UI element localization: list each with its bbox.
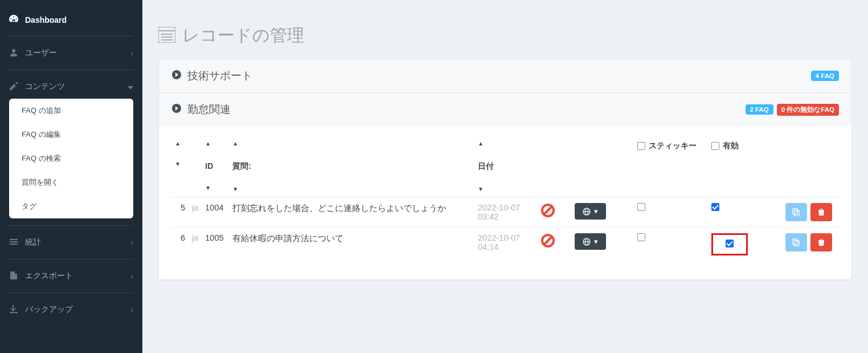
table-row: 5 ja 1004 打刻忘れをした場合、どこに連絡したらよいでしょうか 2022… — [171, 197, 839, 228]
svg-line-8 — [544, 206, 552, 214]
copy-icon — [792, 238, 800, 246]
section-header-attendance[interactable]: 勤怠関連 2 FAQ 0 件の無効なFAQ — [159, 93, 851, 126]
submenu-faq-add[interactable]: FAQ の追加 — [9, 99, 133, 123]
divider — [9, 259, 133, 259]
faq-count-badge: 4 FAQ — [811, 71, 839, 81]
edit-icon — [9, 82, 18, 92]
trash-icon — [817, 208, 825, 216]
delete-button[interactable] — [810, 233, 832, 251]
sidebar-label: コンテンツ — [25, 82, 121, 92]
sidebar-label: エクスポート — [25, 271, 124, 281]
sidebar-label: バックアップ — [25, 305, 124, 315]
col-seq[interactable]: ▲▼ — [171, 136, 189, 197]
active-checkbox[interactable] — [711, 203, 719, 211]
col-id[interactable]: ▲ID▼ — [202, 136, 229, 197]
sticky-checkbox[interactable] — [637, 233, 645, 241]
submenu-faq-edit[interactable]: FAQ の編集 — [9, 123, 133, 147]
sidebar-item-dashboard[interactable]: Dashboard — [0, 10, 142, 29]
file-icon — [9, 271, 18, 281]
chevron-down-icon — [128, 82, 133, 91]
chevron-circle-icon — [171, 103, 182, 116]
ban-icon — [541, 203, 555, 220]
copy-icon — [792, 208, 800, 216]
cell-actions — [782, 197, 839, 228]
svg-rect-13 — [795, 210, 799, 216]
caret-down-icon: ▾ — [594, 237, 598, 246]
col-actions — [782, 136, 839, 197]
caret-down-icon: ▾ — [594, 207, 598, 216]
cell-actions — [782, 228, 839, 262]
col-globe — [571, 136, 634, 197]
globe-icon — [583, 208, 591, 216]
cell-sticky — [634, 197, 708, 228]
cell-date: 2022-10-07 04:14 — [474, 228, 537, 262]
section-title: 勤怠関連 — [187, 102, 742, 117]
submenu-open-question[interactable]: 質問を開く — [9, 171, 133, 194]
section-attendance: 勤怠関連 2 FAQ 0 件の無効なFAQ ▲▼ ▲ID▼ — [159, 93, 851, 280]
copy-button[interactable] — [785, 203, 807, 221]
svg-rect-19 — [793, 239, 797, 245]
sidebar-label: ユーザー — [25, 48, 124, 58]
chevron-right-icon: › — [130, 238, 133, 247]
submenu-contents: FAQ の追加 FAQ の編集 FAQ の検索 質問を開く タグ — [9, 99, 133, 218]
cell-question[interactable]: 有給休暇の申請方法について — [229, 228, 474, 262]
language-button[interactable]: ▾ — [575, 203, 606, 220]
records-panel: 技術サポート 4 FAQ 勤怠関連 2 FAQ 0 件の無効なFAQ ▲▼ — [158, 59, 852, 281]
cell-lang: ja — [189, 197, 202, 228]
col-question[interactable]: ▲質問:▼ — [229, 136, 474, 197]
cell-active — [708, 197, 782, 228]
chevron-circle-icon — [171, 70, 182, 82]
delete-button[interactable] — [810, 203, 832, 221]
cell-date: 2022-10-07 03:42 — [474, 197, 537, 228]
sidebar-item-backup[interactable]: バックアップ › — [0, 300, 142, 319]
cell-globe: ▾ — [571, 228, 634, 262]
submenu-tag[interactable]: タグ — [9, 194, 133, 218]
cell-id: 1005 — [202, 228, 229, 262]
cell-globe: ▾ — [571, 197, 634, 228]
submenu-faq-search[interactable]: FAQ の検索 — [9, 147, 133, 171]
col-sticky[interactable]: スティッキー — [634, 136, 708, 197]
sidebar-label: 統計 — [25, 237, 124, 247]
user-icon — [9, 48, 18, 58]
page-title: レコードの管理 — [182, 24, 304, 47]
download-icon — [9, 305, 18, 315]
sidebar-item-contents[interactable]: コンテンツ — [0, 77, 142, 96]
page-title-row: レコードの管理 — [158, 24, 852, 47]
sidebar-item-export[interactable]: エクスポート › — [0, 266, 142, 286]
svg-line-15 — [544, 237, 552, 245]
cell-question[interactable]: 打刻忘れをした場合、どこに連絡したらよいでしょうか — [229, 197, 474, 228]
sidebar-item-user[interactable]: ユーザー › — [0, 43, 142, 63]
invalid-faq-badge: 0 件の無効なFAQ — [777, 104, 839, 116]
section-title: 技術サポート — [187, 68, 808, 83]
sticky-checkbox[interactable] — [637, 203, 645, 211]
active-checkbox[interactable] — [726, 240, 734, 247]
copy-button[interactable] — [785, 233, 807, 251]
sidebar-item-stats[interactable]: 統計 › — [0, 233, 142, 252]
cell-ban — [537, 228, 571, 262]
cell-active — [708, 228, 782, 262]
faq-count-badge: 2 FAQ — [746, 104, 773, 115]
trash-icon — [817, 238, 825, 246]
col-date[interactable]: ▲日付▼ — [474, 136, 537, 197]
language-button[interactable]: ▾ — [575, 233, 606, 250]
svg-rect-20 — [795, 241, 799, 246]
highlight-box — [711, 233, 748, 255]
divider — [9, 70, 133, 70]
chevron-right-icon: › — [130, 271, 133, 281]
main-content: レコードの管理 技術サポート 4 FAQ 勤怠関連 2 FAQ 0 件の無効なF… — [142, 0, 868, 353]
sticky-all-checkbox[interactable] — [637, 142, 645, 150]
cell-id: 1004 — [202, 197, 229, 228]
cell-lang: ja — [189, 228, 202, 262]
divider — [9, 293, 133, 293]
globe-icon — [583, 238, 591, 246]
section-tech-support: 技術サポート 4 FAQ — [159, 59, 851, 93]
chevron-right-icon: › — [130, 48, 133, 58]
active-all-checkbox[interactable] — [711, 142, 719, 150]
ban-icon — [541, 233, 555, 250]
sidebar-label: Dashboard — [25, 15, 133, 25]
cell-sticky — [634, 228, 708, 262]
col-active[interactable]: 有効 — [708, 136, 782, 197]
list-icon — [158, 27, 175, 45]
section-header-tech[interactable]: 技術サポート 4 FAQ — [159, 59, 851, 92]
cell-seq: 6 — [171, 228, 189, 262]
